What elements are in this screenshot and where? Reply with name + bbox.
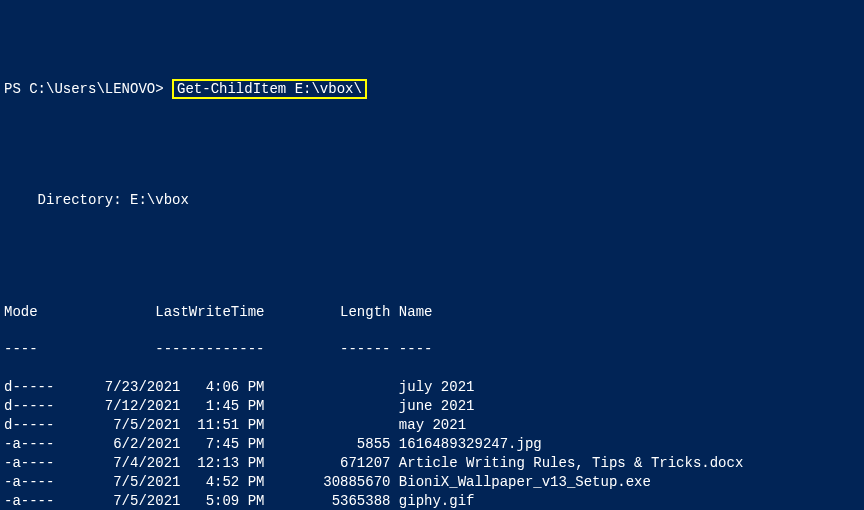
prompt-prefix: PS C:\Users\LENOVO>	[4, 81, 172, 97]
blank	[4, 117, 860, 135]
table-row: d----- 7/5/2021 11:51 PM may 2021	[4, 416, 860, 435]
table-row: d----- 7/23/2021 4:06 PM july 2021	[4, 378, 860, 397]
command-highlight: Get-ChildItem E:\vbox\	[172, 79, 367, 99]
command-text: Get-ChildItem E:\vbox\	[177, 81, 362, 97]
table-header: Mode LastWriteTime Length Name	[4, 303, 860, 322]
table-row: d----- 7/12/2021 1:45 PM june 2021	[4, 397, 860, 416]
prompt-line-1: PS C:\Users\LENOVO> Get-ChildItem E:\vbo…	[4, 80, 860, 99]
directory-line: Directory: E:\vbox	[4, 191, 860, 210]
table-row: -a---- 7/5/2021 4:52 PM 30885670 BioniX_…	[4, 473, 860, 492]
blank	[4, 266, 860, 284]
table-row: -a---- 7/5/2021 5:09 PM 5365388 giphy.gi…	[4, 492, 860, 510]
table-row: -a---- 6/2/2021 7:45 PM 5855 16164893292…	[4, 435, 860, 454]
file-listing: d----- 7/23/2021 4:06 PM july 2021d-----…	[4, 378, 860, 510]
table-row: -a---- 7/4/2021 12:13 PM 671207 Article …	[4, 454, 860, 473]
blank	[4, 229, 860, 247]
table-header-underline: ---- ------------- ------ ----	[4, 340, 860, 359]
blank	[4, 154, 860, 172]
